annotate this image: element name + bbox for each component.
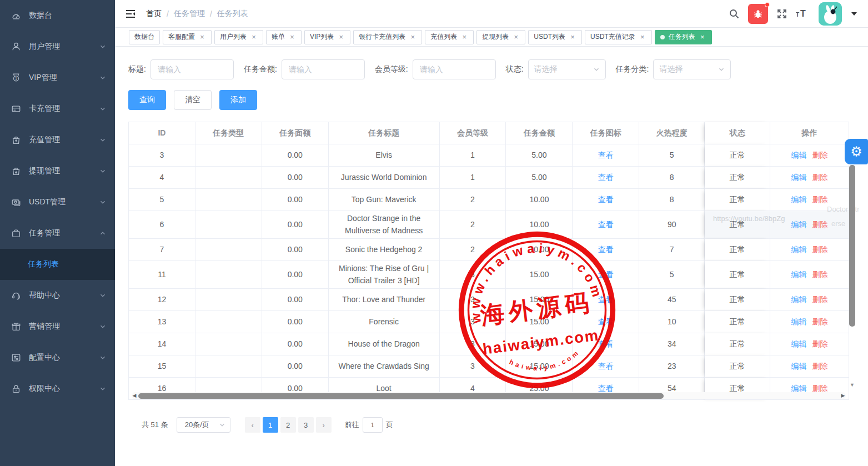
tab-usdt-list[interactable]: USDT列表× — [528, 30, 582, 44]
delete-link[interactable]: 删除 — [812, 338, 828, 350]
view-link[interactable]: 查看 — [598, 193, 614, 206]
delete-link[interactable]: 删除 — [812, 218, 828, 231]
search-icon[interactable] — [729, 8, 740, 19]
prev-page-button[interactable]: ‹ — [245, 417, 260, 433]
cell-task-title: Forensic — [329, 311, 440, 333]
page-size-select[interactable]: 20条/页 — [177, 417, 230, 433]
title-input[interactable] — [150, 59, 234, 79]
delete-link[interactable]: 删除 — [812, 243, 828, 255]
sidebar-item-recharge[interactable]: 充值管理 — [0, 124, 115, 156]
close-icon[interactable]: × — [639, 33, 646, 41]
view-link[interactable]: 查看 — [598, 360, 614, 372]
page-button-1[interactable]: 1 — [263, 417, 278, 433]
view-link[interactable]: 查看 — [598, 268, 614, 280]
column-header-5: 会员等级 — [440, 122, 506, 144]
sidebar-item-tasks[interactable]: 任务管理 — [0, 218, 115, 249]
edit-link[interactable]: 编辑 — [791, 293, 807, 305]
status-select[interactable]: 请选择 — [528, 59, 606, 79]
next-page-button[interactable]: › — [316, 417, 332, 433]
close-icon[interactable]: × — [460, 33, 468, 41]
tab-bills[interactable]: 账单× — [266, 30, 302, 44]
add-button[interactable]: 添加 — [219, 90, 257, 110]
view-link[interactable]: 查看 — [598, 243, 614, 255]
horizontal-scrollbar-thumb[interactable] — [138, 393, 664, 399]
sidebar-item-withdraw[interactable]: 提现管理 — [0, 156, 115, 187]
sidebar-item-vip[interactable]: 1VIP管理 — [0, 62, 115, 93]
tab-bankcard-recharge-list[interactable]: 银行卡充值列表× — [353, 30, 422, 44]
delete-link[interactable]: 删除 — [812, 360, 828, 372]
goto-page-input[interactable] — [363, 417, 383, 433]
close-icon[interactable]: × — [198, 33, 206, 41]
tab-vip-list[interactable]: VIP列表× — [304, 30, 350, 44]
chevron-down-icon[interactable] — [851, 12, 857, 16]
sidebar-collapse-icon[interactable] — [125, 8, 136, 19]
delete-link[interactable]: 删除 — [812, 149, 828, 161]
edit-link[interactable]: 编辑 — [791, 149, 807, 161]
edit-link[interactable]: 编辑 — [791, 338, 807, 350]
edit-link[interactable]: 编辑 — [791, 243, 807, 255]
task-amount-input[interactable] — [282, 59, 365, 79]
cell-task-face: 0.00 — [262, 211, 329, 239]
tab-usdt-recharge-log[interactable]: USDT充值记录× — [585, 30, 652, 44]
sidebar-item-dashboard[interactable]: 数据台 — [0, 0, 115, 31]
view-link[interactable]: 查看 — [598, 149, 614, 161]
edit-link[interactable]: 编辑 — [791, 218, 807, 231]
member-level-input[interactable] — [413, 59, 496, 79]
edit-link[interactable]: 编辑 — [791, 268, 807, 280]
sidebar-item-task-list[interactable]: 任务列表 — [0, 249, 115, 280]
delete-link[interactable]: 删除 — [812, 193, 828, 206]
fullscreen-icon[interactable] — [776, 8, 787, 19]
close-icon[interactable]: × — [409, 33, 417, 41]
font-size-icon[interactable]: T T — [796, 8, 810, 19]
horizontal-scrollbar[interactable]: ◀ ▶ — [132, 392, 846, 399]
delete-link[interactable]: 删除 — [812, 293, 828, 305]
filter-label: 任务分类: — [616, 64, 649, 74]
tab-recharge-list[interactable]: 充值列表× — [425, 30, 474, 44]
page-button-2[interactable]: 2 — [280, 417, 296, 433]
edit-link[interactable]: 编辑 — [791, 360, 807, 372]
scroll-left-arrow[interactable]: ◀ — [132, 392, 137, 399]
view-link[interactable]: 查看 — [598, 338, 614, 350]
close-icon[interactable]: × — [512, 33, 520, 41]
view-link[interactable]: 查看 — [598, 315, 614, 328]
page-button-3[interactable]: 3 — [298, 417, 314, 433]
task-category-select[interactable]: 请选择 — [653, 59, 731, 79]
close-icon[interactable]: × — [699, 33, 706, 41]
settings-gear-button[interactable]: ⚙ — [845, 139, 868, 164]
tab-withdraw-list[interactable]: 提现列表× — [476, 30, 525, 44]
sidebar-item-card[interactable]: 卡充管理 — [0, 93, 115, 124]
clear-button[interactable]: 清空 — [174, 90, 212, 110]
close-icon[interactable]: × — [337, 33, 345, 41]
sidebar-item-permission[interactable]: 权限中心 — [0, 373, 115, 404]
view-link[interactable]: 查看 — [598, 171, 614, 183]
edit-link[interactable]: 编辑 — [791, 193, 807, 206]
delete-link[interactable]: 删除 — [812, 268, 828, 280]
close-icon[interactable]: × — [569, 33, 576, 41]
tab-user-list[interactable]: 用户列表× — [214, 30, 263, 44]
sidebar-item-help[interactable]: 帮助中心 — [0, 280, 115, 311]
tab-task-list[interactable]: 任务列表× — [655, 30, 712, 44]
sidebar-item-config[interactable]: 配置中心 — [0, 342, 115, 373]
edit-link[interactable]: 编辑 — [791, 315, 807, 328]
scroll-down-arrow[interactable]: ▼ — [849, 382, 855, 388]
scroll-right-arrow[interactable]: ▶ — [840, 392, 846, 399]
breadcrumb-home[interactable]: 首页 — [146, 9, 162, 19]
sidebar-item-users[interactable]: 用户管理 — [0, 31, 115, 62]
sidebar-item-usdt[interactable]: USDT管理 — [0, 187, 115, 218]
view-link[interactable]: 查看 — [598, 218, 614, 231]
tab-service-config[interactable]: 客服配置× — [163, 30, 212, 44]
avatar[interactable] — [819, 2, 842, 26]
search-button[interactable]: 查询 — [128, 90, 166, 110]
error-log-button[interactable] — [748, 4, 768, 24]
cell-task-icon: 查看 — [573, 239, 639, 261]
edit-link[interactable]: 编辑 — [791, 171, 807, 183]
delete-link[interactable]: 删除 — [812, 171, 828, 183]
close-icon[interactable]: × — [250, 33, 258, 41]
delete-link[interactable]: 删除 — [812, 315, 828, 328]
view-link[interactable]: 查看 — [598, 293, 614, 305]
tab-dashboard[interactable]: 数据台 — [129, 30, 160, 44]
close-icon[interactable]: × — [288, 33, 296, 41]
sidebar-item-marketing[interactable]: 营销管理 — [0, 311, 115, 342]
breadcrumb-level1[interactable]: 任务管理 — [174, 9, 205, 19]
vertical-scrollbar-thumb[interactable] — [849, 165, 855, 327]
